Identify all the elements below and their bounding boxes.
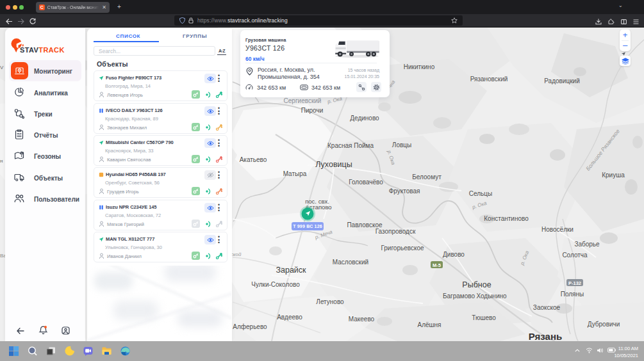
- svg-text:Константиново: Константиново: [484, 215, 529, 222]
- svg-text:Рязань: Рязань: [529, 331, 562, 341]
- svg-text:Р-132: Р-132: [568, 280, 581, 286]
- svg-text:Фруктовая: Фруктовая: [389, 188, 420, 195]
- svg-text:Акатьево: Акатьево: [240, 156, 267, 163]
- svg-text:Летуново: Летуново: [316, 298, 344, 305]
- svg-text:V: V: [0, 65, 4, 70]
- svg-text:Дивово: Дивово: [443, 251, 465, 258]
- svg-text:Головачёво: Головачёво: [349, 179, 383, 186]
- svg-text:Тюшево: Тюшево: [472, 314, 496, 321]
- svg-text:Поляны: Поляны: [561, 291, 584, 298]
- svg-text:Никиткино: Никиткино: [404, 63, 435, 70]
- svg-text:Газопроводск: Газопроводск: [376, 228, 416, 235]
- svg-text:Рязановский: Рязановский: [470, 76, 508, 83]
- svg-text:Солотча: Солотча: [562, 252, 588, 259]
- svg-text:Дединово: Дединово: [350, 115, 379, 122]
- svg-text:Заокское: Заокское: [533, 304, 561, 311]
- svg-text:Алферьево: Алферьево: [233, 323, 267, 330]
- svg-text:Авдеево: Авдеево: [277, 314, 302, 321]
- svg-text:Баграмово: Баграмово: [443, 293, 475, 300]
- svg-text:Пирочи: Пирочи: [301, 107, 323, 114]
- svg-text:Зарайск: Зарайск: [276, 266, 306, 275]
- svg-text:Масловский: Масловский: [333, 259, 368, 266]
- svg-text:Чулки-Соколово: Чулки-Соколово: [251, 281, 300, 288]
- svg-text:Луховицы: Луховицы: [315, 160, 352, 169]
- svg-text:Белоомут: Белоомут: [412, 173, 442, 180]
- svg-text:Алёшня: Алёшня: [417, 321, 441, 328]
- svg-text:Криуша: Криуша: [602, 172, 625, 179]
- svg-text:Радовицкий: Радовицкий: [544, 77, 579, 84]
- svg-text:ской: ской: [231, 252, 242, 257]
- svg-text:Дубровичи: Дубровичи: [588, 321, 620, 328]
- svg-text:Макеево: Макеево: [349, 316, 375, 323]
- svg-text:Ловцы: Ловцы: [392, 141, 411, 148]
- svg-text:Матыра: Матыра: [283, 170, 307, 177]
- svg-text:Сельцы: Сельцы: [469, 190, 492, 197]
- svg-text:Рыбное: Рыбное: [462, 280, 491, 289]
- svg-text:Григорьевское: Григорьевское: [381, 245, 424, 252]
- svg-text:Красная Пойма: Красная Пойма: [327, 142, 374, 149]
- svg-text:Сергиевский: Сергиевский: [284, 97, 322, 104]
- svg-text:н: н: [0, 158, 3, 164]
- svg-text:Новосёлки: Новосёлки: [541, 226, 574, 233]
- svg-text:Ходынино: Ходынино: [476, 293, 507, 300]
- svg-text:М-5: М-5: [433, 262, 441, 268]
- svg-text:Заборье: Заборье: [574, 241, 600, 248]
